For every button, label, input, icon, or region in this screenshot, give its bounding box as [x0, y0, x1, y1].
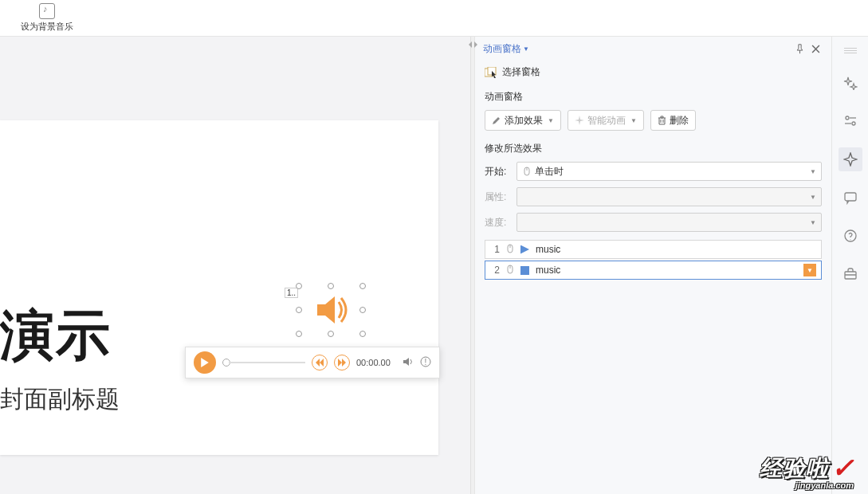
time-display: 00:00.00 [356, 358, 396, 367]
modify-title: 修改所选效果 [485, 142, 822, 155]
svg-point-10 [846, 116, 849, 120]
svg-rect-14 [845, 193, 856, 201]
sparkle-tool-icon[interactable] [839, 71, 862, 95]
play-button[interactable] [194, 351, 216, 374]
sparkle-icon [575, 116, 584, 125]
speaker-icon [311, 290, 351, 330]
pin-icon[interactable] [791, 41, 807, 57]
main-area: 演示 封面副标题 1.. [0, 37, 868, 494]
volume-icon[interactable] [403, 356, 414, 370]
property-select: ▼ [516, 187, 822, 206]
animation-pane: 动画窗格 ▼ 选择窗格 动画窗格 添加效果 ▼ [474, 37, 831, 494]
mouse-icon [522, 167, 532, 176]
effect-item[interactable]: 2 music ▼ [485, 261, 822, 280]
slide: 演示 封面副标题 1.. [0, 120, 438, 455]
select-pane-icon [485, 67, 497, 78]
check-icon: ✓ [831, 452, 854, 484]
stop-icon [520, 266, 529, 275]
set-bgm-label: 设为背景音乐 [19, 21, 75, 33]
chevron-down-icon[interactable]: ▼ [523, 45, 529, 53]
audio-player: 00:00.00 ! [185, 347, 440, 378]
start-select[interactable]: 单击时 ▼ [516, 162, 822, 181]
item-index: 2 [490, 265, 500, 276]
item-menu-button[interactable]: ▼ [803, 264, 816, 276]
watermark: 经验啦 ✓ jingyanla.com [760, 450, 854, 490]
seek-track[interactable] [222, 359, 305, 367]
svg-point-15 [845, 230, 856, 241]
add-effect-button[interactable]: 添加效果 ▼ [485, 110, 561, 131]
property-row: 属性: ▼ [485, 187, 822, 206]
item-index: 1 [490, 244, 500, 255]
top-toolbar: 设为背景音乐 [0, 0, 868, 37]
pane-header: 动画窗格 ▼ [475, 37, 831, 61]
svg-point-12 [852, 122, 855, 125]
info-icon[interactable]: ! [420, 356, 431, 370]
animation-tool-icon[interactable] [839, 147, 862, 171]
skip-fwd-button[interactable] [334, 355, 350, 370]
close-icon[interactable] [807, 41, 823, 57]
select-pane-label: 选择窗格 [502, 65, 540, 79]
svg-text:!: ! [425, 358, 427, 367]
delete-button[interactable]: 删除 [650, 110, 696, 131]
effect-list: 1 music 2 music ▼ [485, 240, 822, 280]
chevron-down-icon: ▼ [548, 117, 554, 124]
slide-subtitle[interactable]: 封面副标题 [0, 383, 120, 416]
toolbox-icon[interactable] [839, 262, 862, 286]
music-note-icon [39, 3, 55, 19]
mouse-icon [506, 244, 514, 256]
help-icon[interactable] [839, 224, 862, 248]
select-pane-button[interactable]: 选择窗格 [485, 65, 822, 79]
chevron-down-icon: ▼ [630, 117, 637, 124]
settings-icon[interactable] [839, 109, 862, 133]
start-label: 开始: [485, 165, 510, 178]
pane-body: 选择窗格 动画窗格 添加效果 ▼ 智能动画 ▼ 删除 [475, 61, 831, 286]
effect-item[interactable]: 1 music [485, 240, 822, 259]
speed-select: ▼ [516, 213, 822, 232]
property-label: 属性: [485, 190, 510, 204]
drag-handle-icon[interactable] [844, 48, 857, 53]
button-row: 添加效果 ▼ 智能动画 ▼ 删除 [485, 110, 822, 131]
audio-object[interactable]: 1.. [299, 286, 363, 334]
comment-icon[interactable] [839, 186, 862, 210]
animation-tag[interactable]: 1.. [285, 288, 298, 298]
trash-icon [658, 116, 666, 125]
split-handle[interactable] [470, 37, 474, 494]
mouse-icon [506, 265, 514, 276]
set-bgm-button[interactable]: 设为背景音乐 [19, 3, 75, 33]
pane-title[interactable]: 动画窗格 [483, 42, 521, 56]
play-icon [520, 245, 529, 254]
start-row: 开始: 单击时 ▼ [485, 162, 822, 181]
slide-canvas[interactable]: 演示 封面副标题 1.. [0, 37, 470, 494]
smart-anim-button[interactable]: 智能动画 ▼ [568, 110, 644, 131]
section-title: 动画窗格 [485, 90, 822, 104]
item-name: music [536, 244, 816, 255]
pencil-icon [492, 116, 501, 125]
speed-row: 速度: ▼ [485, 213, 822, 232]
right-sidebar [831, 37, 868, 494]
speed-label: 速度: [485, 216, 510, 229]
item-name: music [536, 265, 797, 276]
skip-back-button[interactable] [312, 355, 328, 370]
slide-title[interactable]: 演示 [0, 300, 112, 372]
